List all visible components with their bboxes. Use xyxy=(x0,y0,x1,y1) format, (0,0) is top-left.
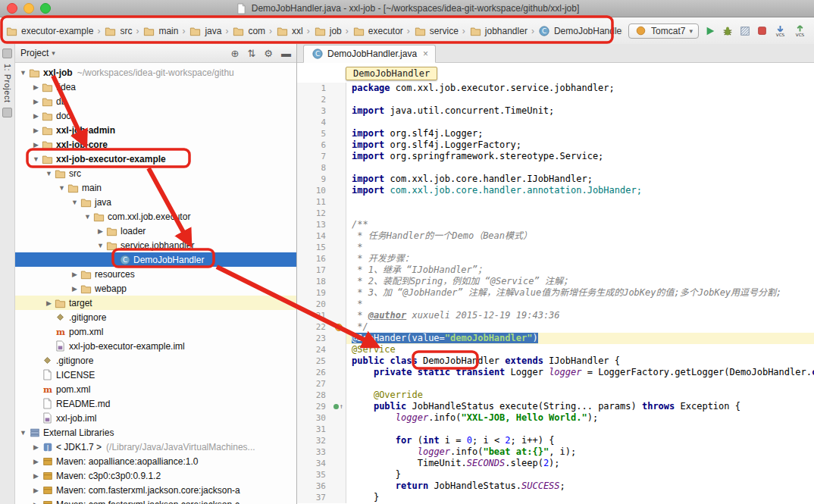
tree-row-idea[interactable]: ▶.idea xyxy=(15,80,296,94)
project-panel-title[interactable]: Project xyxy=(20,48,49,58)
line-number[interactable]: 34 xyxy=(297,458,331,469)
tab-demojobhandler[interactable]: C DemoJobHandler.java × xyxy=(303,45,436,63)
tree-row-db[interactable]: ▶db xyxy=(15,94,296,108)
line-number[interactable]: 3 xyxy=(297,105,331,117)
tree-row-xxl-job-executor-example-iml[interactable]: xxl-job-executor-example.iml xyxy=(15,339,296,353)
tree-row-demojobhandler[interactable]: CDemoJobHandler xyxy=(15,252,296,267)
tree-toggle-icon[interactable]: ▼ xyxy=(18,69,28,77)
breadcrumb-src[interactable]: src xyxy=(102,24,134,38)
code-editor[interactable]: DemoJobHandler 1package com.xxl.job.exec… xyxy=(297,63,814,504)
tree-toggle-icon[interactable]: ▶ xyxy=(70,271,80,278)
line-number[interactable]: 33 xyxy=(297,446,331,458)
line-number[interactable]: 4 xyxy=(297,117,331,128)
line-number[interactable]: 20 xyxy=(297,299,331,310)
breadcrumb-job[interactable]: job xyxy=(312,24,344,38)
tree-row-gitignore[interactable]: .gitignore xyxy=(15,353,296,368)
line-number[interactable]: 37 xyxy=(297,492,331,503)
breadcrumb-demojobhandler[interactable]: CDemoJobHandler xyxy=(536,24,622,38)
tree-row-service-jobhandler[interactable]: ▼service.jobhandler xyxy=(15,238,296,252)
line-number[interactable]: 23 xyxy=(297,333,331,344)
tree-row-jdk1-7[interactable]: ▶J< JDK1.7 >(/Library/Java/JavaVirtualMa… xyxy=(15,440,296,454)
line-number[interactable]: 15 xyxy=(297,242,331,253)
line-number[interactable]: 26 xyxy=(297,367,331,378)
run-configuration-selector[interactable]: Tomcat7 ▾ xyxy=(628,23,699,39)
tree-toggle-icon[interactable]: ▶ xyxy=(31,501,41,504)
tree-toggle-icon[interactable]: ▼ xyxy=(18,429,28,437)
hide-icon[interactable]: ▬ xyxy=(281,48,291,59)
vcs-update-button[interactable]: VCS xyxy=(774,25,787,37)
tree-row-pom-xml[interactable]: mpom.xml xyxy=(15,382,296,396)
tree-row-external-libraries[interactable]: ▼External Libraries xyxy=(15,425,296,440)
window-switcher-icon[interactable] xyxy=(2,49,12,58)
breadcrumb-java[interactable]: java xyxy=(186,24,224,38)
tree-toggle-icon[interactable]: ▼ xyxy=(57,184,67,192)
tree-toggle-icon[interactable]: ▼ xyxy=(70,199,80,206)
line-number[interactable]: 18 xyxy=(297,276,331,287)
settings-icon[interactable]: ⚙ xyxy=(264,48,273,59)
tree-toggle-icon[interactable]: ▶ xyxy=(70,285,80,293)
tree-toggle-icon[interactable]: ▶ xyxy=(31,127,41,134)
tree-row-com-xxl-job-executor[interactable]: ▼com.xxl.job.executor xyxy=(15,209,296,224)
line-number[interactable]: 27 xyxy=(297,378,331,390)
breadcrumb-com[interactable]: com xyxy=(230,24,268,38)
tree-row-pom-xml[interactable]: mpom.xml xyxy=(15,324,296,339)
tree-row-java[interactable]: ▼java xyxy=(15,195,296,209)
line-number[interactable]: 19 xyxy=(297,287,331,299)
tree-toggle-icon[interactable]: ▼ xyxy=(44,170,54,177)
tree-row-license[interactable]: LICENSE xyxy=(15,368,296,382)
line-number[interactable]: 28 xyxy=(297,390,331,401)
tree-toggle-icon[interactable]: ▶ xyxy=(31,83,41,91)
tree-row-resources[interactable]: ▶resources xyxy=(15,267,296,281)
tool-window-icon[interactable] xyxy=(2,108,12,117)
minimize-window-button[interactable] xyxy=(23,3,34,14)
tree-row-xxl-job-executor-example[interactable]: ▼xxl-job-executor-example xyxy=(15,152,296,166)
chevron-down-icon[interactable]: ▾ xyxy=(52,49,55,57)
line-number[interactable]: 1 xyxy=(297,83,331,94)
line-number[interactable]: 8 xyxy=(297,162,331,174)
tree-row-doc[interactable]: ▶doc xyxy=(15,108,296,123)
line-number[interactable]: 17 xyxy=(297,265,331,276)
tree-row-maven-aopalliance-aopalliance-1-0[interactable]: ▶Maven: aopalliance:aopalliance:1.0 xyxy=(15,454,296,468)
line-number[interactable]: 35 xyxy=(297,469,331,481)
line-number[interactable]: 11 xyxy=(297,196,331,208)
tree-row-target[interactable]: ▶target xyxy=(15,296,296,310)
tree-toggle-icon[interactable]: ▶ xyxy=(31,472,41,480)
tree-toggle-icon[interactable]: ▶ xyxy=(31,141,41,149)
tree-toggle-icon[interactable]: ▶ xyxy=(95,227,105,235)
tree-row-maven-c3p0-c3p0-0-9-1-2[interactable]: ▶Maven: c3p0:c3p0:0.9.1.2 xyxy=(15,468,296,483)
tree-row-loader[interactable]: ▶loader xyxy=(15,224,296,238)
tree-row-xxl-job-core[interactable]: ▶xxl-job-core xyxy=(15,137,296,152)
tree-row-xxl-job-iml[interactable]: xxl-job.iml xyxy=(15,411,296,425)
line-number[interactable]: 30 xyxy=(297,412,331,424)
zoom-window-button[interactable] xyxy=(40,3,51,14)
close-window-button[interactable] xyxy=(7,3,17,14)
coverage-button[interactable] xyxy=(740,26,750,36)
line-number[interactable]: 21 xyxy=(297,310,331,321)
tree-row-xxl-job-admin[interactable]: ▶xxl-job-admin xyxy=(15,123,296,137)
tree-row-maven-com-fasterxml-jackson-core-jackson-c[interactable]: ▶Maven: com.fasterxml.jackson.core:jacks… xyxy=(15,497,296,504)
breadcrumb-executor[interactable]: executor xyxy=(350,24,405,38)
line-number[interactable]: 31 xyxy=(297,424,331,435)
line-number[interactable]: 7 xyxy=(297,151,331,162)
tree-row-xxl-job[interactable]: ▼xxl-job~/workspaces/idea-git-workspace/… xyxy=(15,65,296,80)
breadcrumb-main[interactable]: main xyxy=(140,24,180,38)
tree-toggle-icon[interactable]: ▶ xyxy=(31,458,41,465)
project-tool-window-button[interactable]: 1: Project xyxy=(3,64,12,102)
line-number[interactable]: 10 xyxy=(297,185,331,196)
tree-row-main[interactable]: ▼main xyxy=(15,180,296,195)
line-number[interactable]: 12 xyxy=(297,208,331,219)
line-number[interactable]: 2 xyxy=(297,94,331,105)
line-number[interactable]: 14 xyxy=(297,230,331,242)
close-tab-icon[interactable]: × xyxy=(423,49,428,59)
breadcrumb-xxl[interactable]: xxl xyxy=(274,24,305,38)
tree-row-readme-md[interactable]: README.md xyxy=(15,396,296,411)
scope-icon[interactable]: ⊕ xyxy=(231,48,240,59)
tree-toggle-icon[interactable]: ▼ xyxy=(83,213,92,221)
breadcrumb-jobhandler[interactable]: jobhandler xyxy=(467,24,530,38)
line-number[interactable]: 5 xyxy=(297,128,331,139)
run-button[interactable] xyxy=(705,26,715,36)
line-number[interactable]: 6 xyxy=(297,139,331,151)
collapse-icon[interactable]: ⇅ xyxy=(247,48,255,59)
line-number[interactable]: 16 xyxy=(297,253,331,265)
breadcrumb-service[interactable]: service xyxy=(412,24,461,38)
